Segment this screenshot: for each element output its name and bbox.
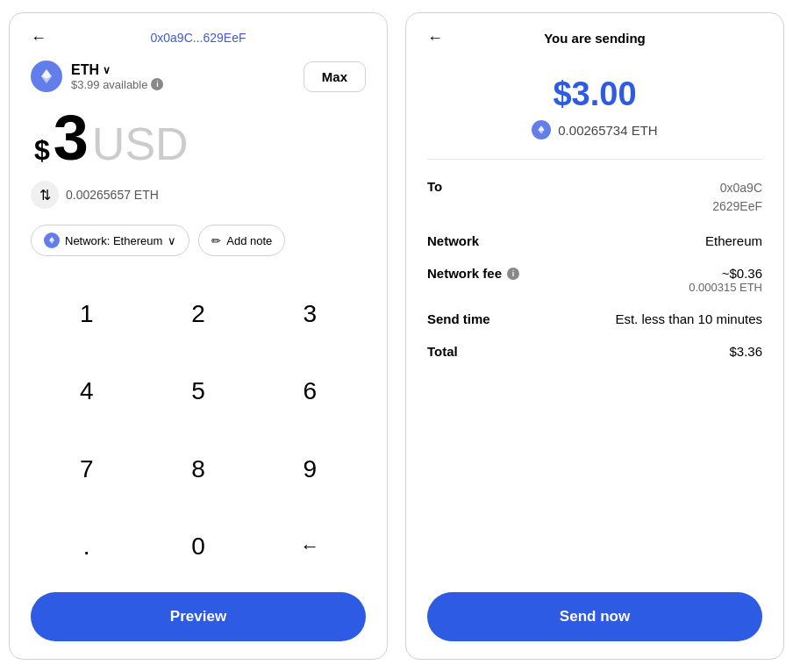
sending-eth-row: 0.00265734 ETH (427, 120, 762, 139)
send-time-label: Send time (427, 311, 490, 326)
preview-button[interactable]: Preview (31, 592, 366, 641)
token-info: ETH ∨ $3.99 available i (31, 61, 163, 92)
network-detail-label: Network (427, 233, 479, 248)
confirmation-title: You are sending (544, 31, 646, 46)
network-chevron-icon: ∨ (168, 234, 176, 247)
address-line-2: 2629EeF (712, 199, 762, 213)
numpad-key-5[interactable]: 5 (142, 353, 254, 430)
numpad: 1 2 3 4 5 6 7 8 9 . 0 ← (31, 275, 366, 585)
network-label: Network: Ethereum (65, 234, 162, 247)
total-label: Total (427, 344, 458, 359)
fee-eth-value: 0.000315 ETH (689, 281, 762, 294)
wallet-address[interactable]: 0x0a9C...629EeF (151, 31, 246, 45)
chevron-down-icon: ∨ (103, 64, 111, 76)
fee-label: Network fee (427, 266, 502, 281)
numpad-backspace-button[interactable]: ← (254, 508, 366, 585)
amount-display: $ 3 USD (31, 106, 366, 170)
screen1-header: ← 0x0a9C...629EeF (31, 31, 366, 45)
fee-info-icon[interactable]: i (507, 268, 519, 280)
network-selector-button[interactable]: Network: Ethereum ∨ (31, 225, 189, 256)
token-name: ETH (71, 62, 99, 78)
fee-usd-value: ~$0.36 (722, 266, 762, 281)
numpad-key-8[interactable]: 8 (142, 431, 254, 508)
info-icon[interactable]: i (151, 78, 163, 90)
dollar-sign: $ (34, 134, 50, 167)
send-now-button[interactable]: Send now (427, 592, 762, 641)
network-eth-icon (44, 232, 60, 248)
options-row: Network: Ethereum ∨ ✏ Add note (31, 225, 366, 256)
numpad-key-1[interactable]: 1 (31, 275, 142, 353)
total-value: $3.36 (729, 344, 762, 359)
numpad-key-9[interactable]: 9 (254, 431, 366, 508)
token-details: ETH ∨ $3.99 available i (71, 62, 163, 91)
numpad-key-0[interactable]: 0 (142, 508, 254, 585)
numpad-key-dot[interactable]: . (31, 508, 142, 585)
send-amount-screen: ← 0x0a9C...629EeF ETH ∨ $3. (9, 12, 388, 660)
eth-equivalent-row: ⇅ 0.00265657 ETH (31, 181, 366, 209)
add-note-button[interactable]: ✏ Add note (198, 225, 285, 256)
amount-currency: USD (92, 118, 189, 170)
fee-value: ~$0.36 0.000315 ETH (689, 266, 762, 294)
back-button-1[interactable]: ← (31, 29, 46, 47)
token-available: $3.99 available i (71, 78, 163, 91)
token-row: ETH ∨ $3.99 available i Max (31, 61, 366, 92)
address-line-1: 0x0a9C (720, 181, 762, 195)
sending-amount-section: $3.00 0.00265734 ETH (427, 61, 762, 160)
eth-logo-icon (31, 61, 62, 92)
network-detail-value: Ethereum (705, 233, 762, 248)
numpad-key-3[interactable]: 3 (254, 275, 366, 353)
token-selector[interactable]: ETH ∨ (71, 62, 163, 78)
sending-eth-icon (532, 120, 551, 139)
screen2-header: ← You are sending (427, 31, 762, 46)
numpad-key-6[interactable]: 6 (254, 353, 366, 430)
numpad-key-2[interactable]: 2 (142, 275, 254, 353)
swap-currency-button[interactable]: ⇅ (31, 181, 59, 209)
total-row: Total $3.36 (427, 344, 762, 359)
eth-amount-text: 0.00265657 ETH (66, 188, 159, 202)
to-label: To (427, 179, 442, 194)
amount-number: 3 (54, 106, 89, 169)
fee-row: Network fee i ~$0.36 0.000315 ETH (427, 266, 762, 294)
network-row: Network Ethereum (427, 233, 762, 248)
numpad-key-4[interactable]: 4 (31, 353, 142, 430)
back-button-2[interactable]: ← (427, 29, 443, 47)
recipient-address: 0x0a9C 2629EeF (712, 179, 762, 216)
sending-usd-amount: $3.00 (427, 75, 762, 113)
send-time-value: Est. less than 10 minutes (615, 311, 762, 326)
to-row: To 0x0a9C 2629EeF (427, 179, 762, 216)
send-time-row: Send time Est. less than 10 minutes (427, 311, 762, 326)
send-confirmation-screen: ← You are sending $3.00 0.00265734 ETH T… (405, 12, 784, 660)
sending-eth-amount: 0.00265734 ETH (558, 123, 657, 138)
add-note-label: Add note (226, 234, 272, 247)
numpad-key-7[interactable]: 7 (31, 431, 142, 508)
fee-label-row: Network fee i (427, 266, 519, 281)
max-button[interactable]: Max (304, 61, 366, 92)
pencil-icon: ✏ (211, 234, 221, 247)
